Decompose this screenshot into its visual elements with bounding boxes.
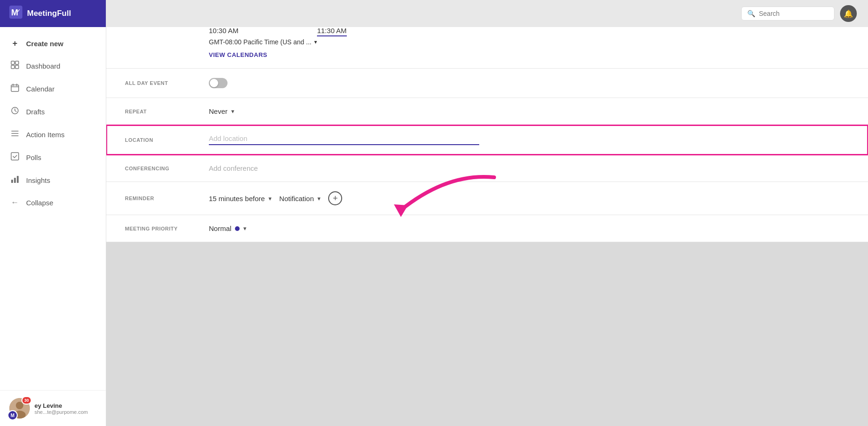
- timezone-value: GMT-08:00 Pacific Time (US and ...: [209, 38, 311, 46]
- svg-rect-12: [17, 176, 19, 183]
- reminder-time-select[interactable]: 15 minutes before ▾: [209, 195, 272, 203]
- reminder-section: REMINDER 15 minutes before ▾ Notificatio…: [106, 182, 868, 215]
- reminder-time-value: 15 minutes before: [209, 195, 265, 203]
- to-time: 11:30 AM: [317, 27, 346, 36]
- repeat-value: Never: [209, 107, 227, 115]
- svg-rect-3: [11, 61, 14, 64]
- toggle-knob: [210, 79, 218, 87]
- action-items-label: Action Items: [26, 131, 65, 139]
- drafts-icon: [10, 106, 20, 117]
- sidebar-bottom: 30 M ey Levine she...te@purpome.com: [0, 390, 106, 426]
- repeat-section: REPEAT Never ▾: [106, 98, 868, 125]
- svg-rect-10: [11, 180, 13, 183]
- sidebar-item-create-new[interactable]: + Create new: [0, 33, 106, 55]
- bell-icon: 🔔: [844, 9, 853, 18]
- user-name: ey Levine: [34, 402, 88, 409]
- view-calendars-link[interactable]: VIEW CALENDARS: [209, 51, 267, 58]
- user-area[interactable]: 30 M ey Levine she...te@purpome.com: [9, 398, 96, 419]
- svg-rect-11: [14, 178, 16, 183]
- timezone-selector[interactable]: GMT-08:00 Pacific Time (US and ... ▾: [209, 38, 317, 46]
- svg-text:✓: ✓: [17, 8, 21, 13]
- repeat-select[interactable]: Never ▾: [209, 107, 234, 115]
- priority-select[interactable]: Normal ▾: [209, 224, 247, 232]
- sidebar-item-drafts[interactable]: Drafts: [0, 100, 106, 123]
- sidebar-item-action-items[interactable]: Action Items: [0, 123, 106, 146]
- repeat-label: REPEAT: [125, 109, 209, 114]
- topbar: 🔍 🔔: [106, 0, 868, 27]
- reminder-label: REMINDER: [125, 196, 209, 201]
- conferencing-label: CONFERENCING: [125, 166, 209, 171]
- polls-label: Polls: [26, 154, 41, 161]
- sidebar-item-dashboard[interactable]: Dashboard: [0, 55, 106, 77]
- action-items-icon: [10, 129, 20, 140]
- priority-dot: [235, 226, 240, 231]
- sidebar-item-collapse[interactable]: ← Collapse: [0, 192, 106, 213]
- svg-rect-7: [11, 85, 19, 91]
- user-info: ey Levine she...te@purpome.com: [34, 402, 88, 415]
- repeat-chevron: ▾: [231, 108, 234, 115]
- drafts-label: Drafts: [26, 108, 45, 116]
- dashboard-label: Dashboard: [26, 62, 60, 70]
- collapse-label: Collapse: [26, 199, 53, 207]
- reminder-type-chevron: ▾: [317, 195, 321, 202]
- svg-rect-4: [15, 61, 19, 64]
- user-email: she...te@purpome.com: [34, 409, 88, 415]
- insights-icon: [10, 175, 20, 186]
- form-container: FROM 03/06/2023 10:30 AM GMT-08:00 Pacif…: [106, 0, 868, 242]
- allday-section: ALL DAY EVENT: [106, 69, 868, 98]
- logo-icon: M ✓: [9, 6, 22, 21]
- sidebar-item-calendar[interactable]: Calendar: [0, 77, 106, 100]
- sidebar-nav: + Create new Dashboard: [0, 27, 106, 390]
- reminder-controls: 15 minutes before ▾ Notification ▾ +: [209, 191, 342, 205]
- svg-rect-6: [15, 65, 19, 69]
- sidebar-item-polls[interactable]: Polls: [0, 146, 106, 169]
- polls-icon: [10, 152, 20, 163]
- allday-toggle[interactable]: [209, 78, 227, 88]
- reminder-time-chevron: ▾: [269, 195, 272, 202]
- logo-badge-text: M: [11, 413, 14, 418]
- notification-button[interactable]: 🔔: [840, 5, 857, 22]
- app-name: MeetingFull: [27, 9, 71, 18]
- main-area: 🔍 🔔 FROM 03/06/2023 10:30 AM GMT-08:00 P…: [106, 0, 868, 426]
- location-input[interactable]: [209, 134, 479, 145]
- create-new-label: Create new: [26, 40, 63, 48]
- plus-icon: +: [10, 39, 20, 49]
- location-section: LOCATION: [106, 125, 868, 155]
- sidebar-logo: M ✓ MeetingFull: [0, 0, 106, 27]
- sidebar: M ✓ MeetingFull + Create new Dashboard: [0, 0, 106, 426]
- priority-chevron: ▾: [243, 225, 247, 232]
- logo-badge: M: [7, 410, 18, 420]
- conferencing-section: CONFERENCING Add conference: [106, 155, 868, 182]
- search-box[interactable]: 🔍: [741, 7, 834, 21]
- notification-badge: 30: [21, 396, 32, 405]
- priority-label: MEETING PRIORITY: [125, 226, 209, 231]
- location-label: LOCATION: [125, 137, 209, 143]
- reminder-type-value: Notification: [279, 195, 314, 203]
- svg-rect-5: [11, 65, 14, 69]
- add-reminder-button[interactable]: +: [328, 191, 342, 205]
- calendar-icon: [10, 84, 20, 94]
- reminder-type-select[interactable]: Notification ▾: [279, 195, 321, 203]
- priority-section: MEETING PRIORITY Normal ▾: [106, 215, 868, 242]
- allday-label: ALL DAY EVENT: [125, 80, 209, 86]
- priority-value: Normal: [209, 224, 231, 232]
- search-icon: 🔍: [747, 10, 755, 17]
- conferencing-value[interactable]: Add conference: [209, 164, 258, 172]
- dashboard-icon: [10, 61, 20, 71]
- from-time: 10:30 AM: [209, 27, 317, 35]
- sidebar-item-insights[interactable]: Insights: [0, 169, 106, 192]
- priority-controls: Normal ▾: [209, 224, 247, 232]
- calendar-label: Calendar: [26, 85, 55, 93]
- avatar-wrap: 30 M: [9, 398, 30, 419]
- search-input[interactable]: [759, 10, 828, 17]
- insights-label: Insights: [26, 176, 50, 184]
- svg-rect-9: [11, 153, 19, 160]
- collapse-icon: ←: [10, 198, 20, 207]
